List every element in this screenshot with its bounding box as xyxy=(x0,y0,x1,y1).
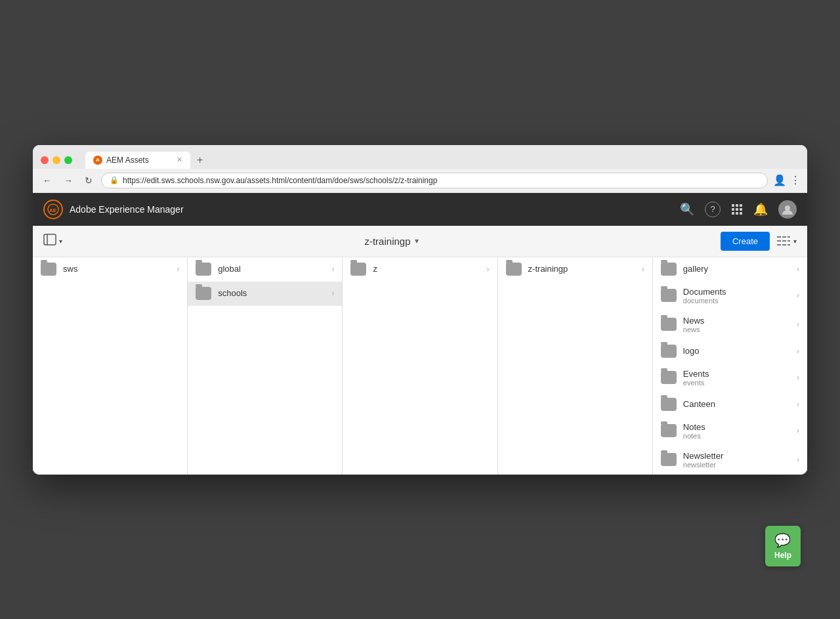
column-browser: sws › global › schools › xyxy=(33,257,807,475)
folder-icon xyxy=(661,424,677,437)
profile-icon[interactable]: 👤 xyxy=(773,174,786,186)
item-info: Canteen xyxy=(683,399,715,409)
folder-icon xyxy=(196,263,211,276)
folder-icon xyxy=(661,318,677,331)
column-1: sws › xyxy=(33,257,188,475)
list-item[interactable]: global › xyxy=(188,257,342,282)
browser-toolbar: ← → ↻ 🔒 https://edit.sws.schools.nsw.gov… xyxy=(33,169,807,193)
search-button[interactable]: 🔍 xyxy=(680,202,694,217)
item-info: gallery xyxy=(683,264,708,274)
list-item[interactable]: schools › xyxy=(188,282,342,306)
breadcrumb-text: z-trainingp xyxy=(364,236,410,247)
list-item[interactable]: z › xyxy=(343,257,497,282)
svg-rect-9 xyxy=(736,212,738,215)
svg-text:AE: AE xyxy=(49,207,57,213)
url-text: https://edit.sws.schools.nsw.gov.au/asse… xyxy=(123,176,437,185)
create-button[interactable]: Create xyxy=(721,232,770,251)
svg-rect-12 xyxy=(44,234,56,245)
aem-title: Adobe Experience Manager xyxy=(70,204,673,215)
chevron-right-icon: › xyxy=(487,265,490,274)
menu-icon[interactable]: ⋮ xyxy=(790,174,801,186)
close-button[interactable] xyxy=(41,156,49,164)
list-item[interactable]: Notes notes › xyxy=(653,417,807,446)
address-bar[interactable]: 🔒 https://edit.sws.schools.nsw.gov.au/as… xyxy=(101,173,768,188)
svg-rect-2 xyxy=(732,204,734,207)
item-sub-label: news xyxy=(683,326,705,333)
item-label: Events xyxy=(683,369,709,379)
list-item[interactable]: Newsletter newsletter › xyxy=(653,446,807,475)
folder-icon xyxy=(41,263,56,276)
item-label: logo xyxy=(683,346,700,356)
list-item[interactable]: gallery › xyxy=(653,257,807,282)
aem-logo: AE xyxy=(43,200,63,219)
list-item[interactable]: News news › xyxy=(653,310,807,339)
tab-title: AEM Assets xyxy=(106,156,149,165)
svg-rect-5 xyxy=(732,208,734,211)
list-item[interactable]: logo › xyxy=(653,339,807,364)
folder-icon xyxy=(661,453,677,466)
chat-icon: 💬 xyxy=(774,532,791,548)
item-sub-label: events xyxy=(683,379,709,387)
item-info: News news xyxy=(683,316,705,333)
folder-icon xyxy=(661,371,677,384)
user-avatar[interactable] xyxy=(778,200,797,219)
reload-button[interactable]: ↻ xyxy=(81,173,96,188)
help-button[interactable]: 💬 Help xyxy=(765,526,801,566)
column-5: gallery › Documents documents › News xyxy=(653,257,807,475)
chevron-right-icon: › xyxy=(177,265,179,274)
help-button[interactable]: ? xyxy=(705,202,721,217)
chevron-right-icon: › xyxy=(797,373,799,382)
item-label: Canteen xyxy=(683,399,715,409)
minimize-button[interactable] xyxy=(52,156,60,164)
notifications-button[interactable]: 🔔 xyxy=(753,202,768,217)
column-2: global › schools › xyxy=(188,257,343,475)
view-toggle[interactable]: ▾ xyxy=(776,235,797,247)
back-button[interactable]: ← xyxy=(39,173,55,188)
panel-toggle[interactable]: ▾ xyxy=(43,234,62,248)
maximize-button[interactable] xyxy=(64,156,72,164)
chevron-right-icon: › xyxy=(797,347,799,356)
sub-toolbar: ▾ z-trainingp ▾ Create xyxy=(33,226,807,257)
new-tab-button[interactable]: + xyxy=(193,152,207,169)
folder-icon xyxy=(350,263,366,276)
svg-rect-4 xyxy=(740,204,742,207)
item-sub-label: newsletter xyxy=(683,461,723,469)
tab-close-button[interactable]: ✕ xyxy=(177,156,182,164)
chevron-right-icon: › xyxy=(331,289,334,298)
svg-rect-3 xyxy=(736,204,738,207)
chevron-right-icon: › xyxy=(797,265,799,274)
list-item[interactable]: sws › xyxy=(33,257,187,282)
folder-icon xyxy=(661,345,677,358)
svg-rect-10 xyxy=(740,212,742,215)
item-info: Notes notes xyxy=(683,422,705,440)
svg-rect-8 xyxy=(732,212,734,215)
item-info: Events events xyxy=(683,369,709,387)
svg-rect-6 xyxy=(736,208,738,211)
help-label: Help xyxy=(774,551,791,560)
lock-icon: 🔒 xyxy=(110,176,119,184)
chevron-right-icon: › xyxy=(797,291,799,300)
breadcrumb-chevron[interactable]: ▾ xyxy=(415,236,419,245)
chevron-right-icon: › xyxy=(797,455,799,464)
list-item[interactable]: Documents documents › xyxy=(653,282,807,310)
traffic-lights xyxy=(41,156,72,164)
list-item[interactable]: Events events › xyxy=(653,364,807,393)
folder-icon xyxy=(661,289,677,302)
breadcrumb: z-trainingp ▾ xyxy=(62,236,721,247)
folder-icon xyxy=(661,398,677,411)
list-item[interactable]: Canteen › xyxy=(653,393,807,417)
view-chevron[interactable]: ▾ xyxy=(793,238,797,245)
panel-icon xyxy=(43,234,56,248)
chevron-right-icon: › xyxy=(797,426,799,435)
item-label: News xyxy=(683,316,705,326)
item-sub-label: notes xyxy=(683,432,705,440)
item-label: Notes xyxy=(683,422,705,432)
browser-titlebar: A AEM Assets ✕ + xyxy=(33,145,807,169)
item-label: z-trainingp xyxy=(528,264,635,274)
apps-button[interactable] xyxy=(731,203,743,215)
active-tab[interactable]: A AEM Assets ✕ xyxy=(85,152,190,169)
list-item[interactable]: z-trainingp › xyxy=(498,257,652,282)
folder-icon xyxy=(661,263,677,276)
chevron-right-icon: › xyxy=(797,320,799,329)
forward-button[interactable]: → xyxy=(60,173,76,188)
